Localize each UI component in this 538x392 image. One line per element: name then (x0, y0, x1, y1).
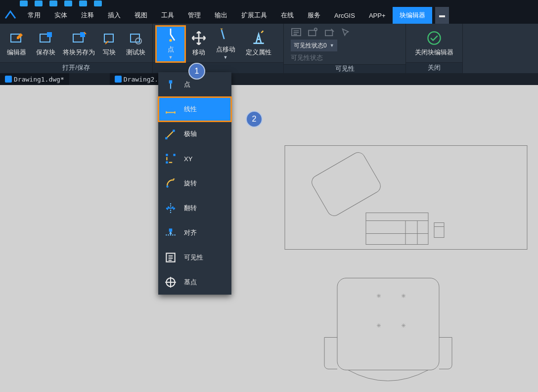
point-parameter-dropdown: 点 线性 极轴 XY 旋转 翻转 对齐 可见性 基点 (158, 72, 231, 295)
qat-icon[interactable] (35, 0, 43, 6)
ribbon-tabs: 常用 实体 注释 插入 视图 工具 管理 输出 扩展工具 在线 服务 ArcGI… (21, 7, 449, 24)
dropdown-item-xy[interactable]: XY (158, 146, 231, 171)
qat-icon[interactable] (79, 0, 87, 6)
qat-icon[interactable] (94, 0, 102, 6)
tab-common[interactable]: 常用 (21, 7, 47, 24)
app-logo (0, 7, 21, 24)
save-block-as-label: 将块另存为 (63, 48, 95, 57)
tab-output[interactable]: 输出 (208, 7, 234, 24)
qat-icon[interactable] (20, 0, 28, 6)
dropdown-item-rotate[interactable]: 旋转 (158, 171, 231, 196)
tab-overflow-button[interactable] (435, 7, 449, 24)
svg-rect-17 (366, 213, 428, 245)
dropdown-item-visibility[interactable]: 可见性 (158, 245, 231, 270)
save-block-as-button[interactable]: 将块另存为 (61, 26, 96, 62)
tab-annotate[interactable]: 注释 (74, 7, 101, 24)
chevron-down-icon: ▼ (169, 55, 173, 60)
panel-open-save-label: 打开/保存 (0, 62, 152, 73)
dropdown-item-label: 点 (184, 80, 190, 89)
define-attrs-label: 定义属性 (246, 48, 271, 57)
callout-1: 1 (188, 63, 205, 80)
tab-ext-tools[interactable]: 扩展工具 (234, 7, 274, 24)
tab-tools[interactable]: 工具 (154, 7, 181, 24)
document-tabs: Drawing1.dwg* Drawing2.d (0, 73, 538, 85)
qat-icon[interactable] (64, 0, 72, 6)
drawing-content (0, 85, 538, 392)
dropdown-item-label: 对齐 (184, 228, 197, 237)
svg-point-9 (169, 39, 172, 42)
visibility-state-label: 可见性状态 (291, 53, 350, 62)
tab-service[interactable]: 服务 (301, 7, 327, 24)
svg-point-31 (166, 185, 168, 187)
vis-list-icon[interactable] (291, 28, 302, 37)
point-move-label: 点移动 (216, 45, 235, 54)
svg-rect-27 (173, 130, 175, 131)
panel-parameters-label (153, 62, 283, 73)
dropdown-item-align[interactable]: 对齐 (158, 220, 231, 245)
svg-rect-3 (47, 32, 52, 37)
tab-arcgis[interactable]: ArcGIS (327, 7, 362, 24)
dropdown-item-linear[interactable]: 线性 (158, 97, 231, 122)
test-block-button[interactable]: 测试块 (122, 26, 149, 62)
callout-2: 2 (246, 111, 263, 128)
dropdown-item-label: 旋转 (184, 179, 197, 188)
svg-rect-0 (439, 15, 445, 17)
dropdown-item-label: 基点 (184, 278, 197, 287)
save-block-button[interactable]: 保存块 (32, 26, 59, 62)
dwg-icon (5, 76, 12, 83)
quick-access-toolbar (0, 0, 538, 7)
document-tab-drawing1[interactable]: Drawing1.dwg* (0, 73, 69, 85)
tab-view[interactable]: 视图 (128, 7, 154, 24)
panel-visibility: 可见性状态0 ▼ 可见性状态 可见性 (284, 24, 406, 73)
dropdown-item-basepoint[interactable]: 基点 (158, 270, 231, 295)
ribbon: 编辑器 保存块 将块另存为 写块 测试块 打开/保存 (0, 24, 538, 73)
tab-insert[interactable]: 插入 (101, 7, 128, 24)
move-label: 移动 (192, 48, 205, 57)
tab-app-plus[interactable]: APP+ (362, 7, 393, 24)
write-block-label: 写块 (103, 48, 116, 57)
dropdown-item-label: 极轴 (184, 130, 197, 138)
svg-rect-22 (434, 223, 444, 238)
chevron-down-icon: ▼ (330, 43, 334, 48)
vis-hide-icon[interactable] (324, 28, 335, 37)
point-label: 点 (168, 45, 174, 54)
edit-block-button[interactable]: 编辑器 (3, 26, 30, 62)
test-block-label: 测试块 (126, 48, 145, 57)
write-block-button[interactable]: 写块 (98, 26, 120, 62)
dropdown-item-label: 翻转 (184, 204, 197, 213)
svg-rect-13 (325, 30, 332, 36)
vis-show-icon[interactable] (308, 28, 318, 37)
qat-icon[interactable] (49, 0, 57, 6)
svg-rect-28 (166, 154, 168, 156)
dropdown-item-flip[interactable]: 翻转 (158, 196, 231, 220)
panel-open-save: 编辑器 保存块 将块另存为 写块 测试块 打开/保存 (0, 24, 153, 73)
panel-close: 关闭块编辑器 关闭 (406, 24, 463, 73)
tab-entity[interactable]: 实体 (47, 7, 74, 24)
panel-visibility-label: 可见性 (284, 64, 405, 73)
visibility-state-combo[interactable]: 可见性状态0 ▼ (291, 40, 337, 51)
tab-block-editor[interactable]: 块编辑器 (393, 7, 432, 24)
svg-rect-29 (173, 154, 175, 156)
visibility-combo-value: 可见性状态0 (294, 42, 327, 50)
panel-parameters: 点 ▼ 移动 点移动 ▼ 定义属性 (153, 24, 284, 73)
svg-point-8 (135, 38, 141, 44)
svg-rect-30 (166, 161, 168, 163)
tab-online[interactable]: 在线 (274, 7, 301, 24)
dropdown-item-label: 可见性 (184, 253, 203, 262)
point-move-button[interactable]: 点移动 ▼ (212, 26, 239, 62)
define-attrs-button[interactable]: 定义属性 (241, 26, 276, 62)
svg-rect-6 (104, 34, 113, 42)
dwg-icon (115, 76, 122, 83)
close-block-editor-button[interactable]: 关闭块编辑器 (416, 26, 452, 62)
drawing-canvas[interactable] (0, 85, 538, 392)
vis-cursor-icon[interactable] (341, 28, 350, 37)
document-tab-label: Drawing1.dwg* (14, 76, 64, 83)
document-tab-label: Drawing2.d (124, 76, 162, 83)
move-button[interactable]: 移动 (187, 26, 210, 62)
tab-manage[interactable]: 管理 (181, 7, 208, 24)
point-parameter-button[interactable]: 点 ▼ (156, 26, 185, 62)
dropdown-item-polar[interactable]: 极轴 (158, 122, 231, 146)
dropdown-item-label: 线性 (184, 105, 197, 114)
svg-rect-26 (165, 137, 167, 139)
edit-block-label: 编辑器 (7, 48, 26, 57)
